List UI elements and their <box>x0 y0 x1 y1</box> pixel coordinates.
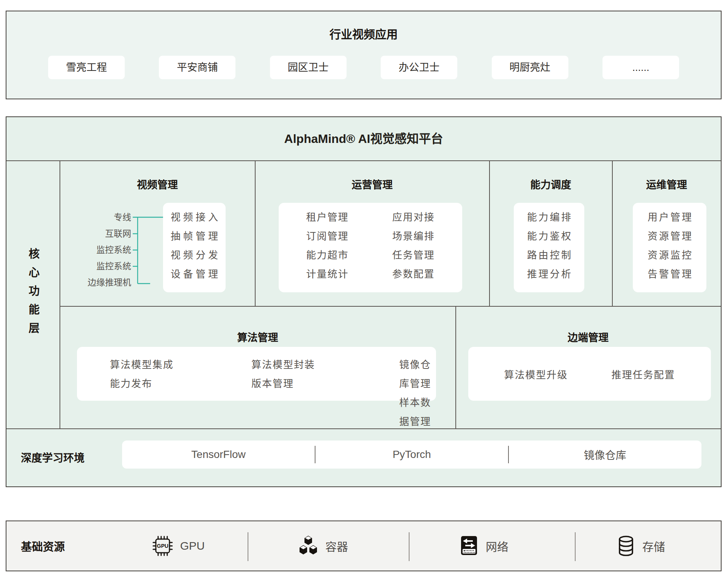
infrastructure-panel: 基础资源 GPU GPU 容器 <box>6 521 722 571</box>
infra-item-gpu: GPU GPU <box>152 521 205 571</box>
operations-col-2: 应用对接 场景编排 任务管理 参数配置 <box>392 208 435 292</box>
network-icon <box>459 535 479 557</box>
section-title: 运营管理 <box>255 177 489 191</box>
edge-functions-card: 算法模型升级 推理任务配置 <box>468 347 711 401</box>
function-item: 场景编排 <box>392 227 435 246</box>
section-title: 视频管理 <box>60 177 255 191</box>
section-om-management: 运维管理 用户管理 资源管理 资源监控 告警管理 <box>612 160 721 306</box>
algorithm-col-1: 算法模型集成 能力发布 <box>110 355 174 393</box>
dl-framework: TensorFlow <box>122 441 315 469</box>
function-item: 计量统计 <box>306 265 348 284</box>
function-item: 订阅管理 <box>306 227 348 246</box>
app-pill: 平安商铺 <box>159 56 235 79</box>
function-item: 能力编排 <box>514 208 584 227</box>
container-icon <box>298 535 319 557</box>
video-source: 监控系统 <box>71 258 131 274</box>
video-source: 专线 <box>71 209 131 226</box>
video-source-labels: 专线 互联网 监控系统 监控系统 边缘推理机 <box>71 209 131 291</box>
dl-framework: 镜像仓库 <box>509 441 701 469</box>
app-pill: 办公卫士 <box>381 56 457 79</box>
om-functions-card: 用户管理 资源管理 资源监控 告警管理 <box>633 203 706 292</box>
function-item: 视频接入 <box>163 208 226 227</box>
function-item: 抽帧管理 <box>163 227 226 246</box>
infra-item-network: 网络 <box>459 521 508 571</box>
function-item: 能力鉴权 <box>514 227 584 246</box>
function-item: 能力发布 <box>110 374 174 393</box>
video-source: 边缘推理机 <box>71 274 131 291</box>
section-title: 算法管理 <box>60 329 455 344</box>
connector-lines-icon <box>133 209 163 291</box>
section-title: 边端管理 <box>455 329 721 344</box>
app-pill: 园区卫士 <box>270 56 347 79</box>
function-item: 算法模型升级 <box>504 367 568 381</box>
divider-row-2 <box>6 428 721 429</box>
function-item: 设备管理 <box>163 265 226 284</box>
function-item: 资源管理 <box>633 227 706 246</box>
operations-col-1: 租户管理 订阅管理 能力超市 计量统计 <box>306 208 348 292</box>
function-item: 参数配置 <box>392 265 435 284</box>
function-item: 能力超市 <box>306 246 348 265</box>
divider-infra-1 <box>248 532 248 561</box>
video-source: 互联网 <box>71 226 131 242</box>
function-item: 推理分析 <box>514 265 584 284</box>
infra-item-storage: 存储 <box>616 521 665 571</box>
function-item: 视频分发 <box>163 246 226 265</box>
divider-infra-2 <box>409 532 410 561</box>
function-item: 租户管理 <box>306 208 348 227</box>
section-title: 运维管理 <box>612 177 721 191</box>
function-item: 任务管理 <box>392 246 435 265</box>
storage-icon <box>616 535 636 557</box>
infra-item-container: 容器 <box>298 521 348 571</box>
deep-learning-card: TensorFlow PyTorch 镜像仓库 <box>122 441 701 469</box>
app-pill-more: ...... <box>602 56 679 79</box>
function-item: 镜像仓库管理 <box>399 355 436 393</box>
infra-item-label: GPU <box>180 539 205 552</box>
dl-framework: PyTorch <box>315 441 508 469</box>
algorithm-col-2: 算法模型封装 版本管理 <box>251 355 315 393</box>
industry-apps-title: 行业视频应用 <box>6 25 721 42</box>
app-pill-row: 雪亮工程 平安商铺 园区卫士 办公卫士 明厨亮灶 ...... <box>6 56 721 79</box>
video-source: 监控系统 <box>71 242 131 258</box>
function-item: 算法模型封装 <box>251 355 315 374</box>
deep-learning-label: 深度学习环境 <box>21 428 85 486</box>
infrastructure-label: 基础资源 <box>21 521 65 571</box>
scheduling-functions-card: 能力编排 能力鉴权 路由控制 推理分析 <box>514 203 584 292</box>
section-video-management: 视频管理 专线 互联网 监控系统 监控系统 边缘推理机 视频接入 抽帧管理 视频… <box>60 160 255 306</box>
section-edge-management: 边端管理 算法模型升级 推理任务配置 <box>455 306 721 428</box>
app-pill: 雪亮工程 <box>48 56 125 79</box>
function-item: 推理任务配置 <box>612 367 675 381</box>
infra-item-label: 网络 <box>486 538 508 554</box>
function-item: 应用对接 <box>392 208 435 227</box>
core-layer-sidebar: 核心功能层 <box>6 160 60 428</box>
divider-infra-3 <box>575 532 576 561</box>
infra-item-label: 存储 <box>642 538 665 554</box>
app-pill: 明厨亮灶 <box>492 56 568 79</box>
function-item: 版本管理 <box>251 374 315 393</box>
section-title: 能力调度 <box>490 177 612 191</box>
core-layer-label: 核心功能层 <box>25 248 41 341</box>
infra-item-label: 容器 <box>325 538 348 554</box>
section-algorithm-management: 算法管理 算法模型集成 能力发布 算法模型封装 版本管理 镜像仓库管理 样本数据… <box>60 306 455 428</box>
function-item: 样本数据管理 <box>399 393 436 431</box>
function-item: 路由控制 <box>514 246 584 265</box>
platform-panel: AlphaMind® AI视觉感知平台 核心功能层 视频管理 专线 互联网 监控… <box>6 116 722 487</box>
industry-apps-panel: 行业视频应用 雪亮工程 平安商铺 园区卫士 办公卫士 明厨亮灶 ...... <box>6 11 722 99</box>
algorithm-functions-card: 算法模型集成 能力发布 算法模型封装 版本管理 镜像仓库管理 样本数据管理 <box>77 347 436 401</box>
function-item: 告警管理 <box>633 265 706 284</box>
function-item: 资源监控 <box>633 246 706 265</box>
video-functions-card: 视频接入 抽帧管理 视频分发 设备管理 <box>163 203 226 292</box>
function-item: 用户管理 <box>633 208 706 227</box>
section-operations-management: 运营管理 租户管理 订阅管理 能力超市 计量统计 应用对接 场景编排 任务管理 … <box>255 160 489 306</box>
section-capability-scheduling: 能力调度 能力编排 能力鉴权 路由控制 推理分析 <box>490 160 612 306</box>
gpu-icon: GPU <box>152 535 174 557</box>
svg-text:GPU: GPU <box>157 543 168 549</box>
operations-functions-card: 租户管理 订阅管理 能力超市 计量统计 应用对接 场景编排 任务管理 参数配置 <box>279 203 462 292</box>
algorithm-col-3: 镜像仓库管理 样本数据管理 <box>399 355 436 431</box>
platform-title: AlphaMind® AI视觉感知平台 <box>6 117 721 160</box>
function-item: 算法模型集成 <box>110 355 174 374</box>
